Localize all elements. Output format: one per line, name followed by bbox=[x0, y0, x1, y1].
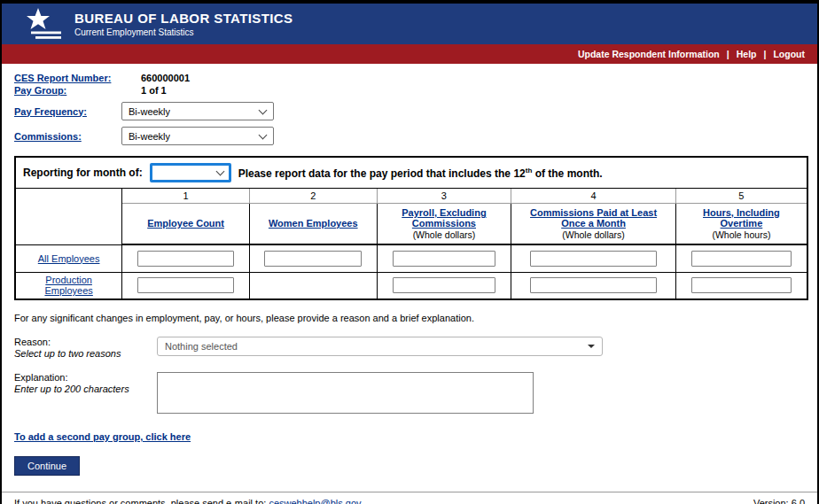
pay-group-label[interactable]: Pay Group: bbox=[14, 85, 66, 96]
column-number: 3 bbox=[377, 189, 511, 204]
production-employees-link[interactable]: Production Employees bbox=[44, 275, 92, 296]
commissions-selected-value: Bi-weekly bbox=[129, 131, 170, 142]
nav-separator: | bbox=[763, 49, 766, 59]
footer: If you have questions or comments, pleas… bbox=[2, 492, 817, 504]
employment-data-table: Reporting for month of: Please report da… bbox=[14, 156, 808, 300]
column-number: 5 bbox=[675, 189, 807, 204]
reason-selected-value: Nothing selected bbox=[165, 341, 238, 352]
masthead: BUREAU OF LABOR STATISTICS Current Emplo… bbox=[2, 4, 817, 44]
continue-button[interactable]: Continue bbox=[14, 456, 80, 476]
reason-row: Reason: Select up to two reasons Nothing… bbox=[14, 337, 805, 359]
update-respondent-link[interactable]: Update Respondent Information bbox=[578, 49, 720, 59]
column-number-row: 1 2 3 4 5 bbox=[15, 189, 807, 204]
production-employees-commissions-input[interactable] bbox=[530, 277, 656, 293]
help-link[interactable]: Help bbox=[737, 49, 757, 59]
changes-intro-note: For any significant changes in employmen… bbox=[14, 313, 805, 323]
column-header-women-employees: Women Employees bbox=[249, 204, 377, 245]
chevron-down-icon bbox=[215, 167, 224, 176]
pay-group-row: Pay Group: 1 of 1 bbox=[14, 85, 805, 96]
pay-frequency-label[interactable]: Pay Frequency: bbox=[14, 106, 87, 117]
commissions-label[interactable]: Commissions: bbox=[14, 131, 82, 142]
pay-frequency-selected-value: Bi-weekly bbox=[129, 106, 170, 117]
all-employees-payroll-input[interactable] bbox=[393, 251, 495, 267]
bls-logo-icon bbox=[25, 7, 64, 41]
column-header-row: Employee Count Women Employees Payroll, … bbox=[15, 204, 807, 245]
caret-down-icon bbox=[588, 345, 595, 348]
page: BUREAU OF LABOR STATISTICS Current Emplo… bbox=[0, 0, 819, 504]
production-employees-row: Production Employees bbox=[15, 272, 807, 299]
all-employees-employee-count-input[interactable] bbox=[137, 251, 235, 267]
ces-report-number-label[interactable]: CES Report Number: bbox=[14, 73, 111, 83]
column-number: 2 bbox=[249, 189, 377, 204]
explanation-textarea[interactable] bbox=[157, 372, 534, 414]
chevron-down-icon bbox=[259, 105, 268, 114]
commissions-select[interactable]: Bi-weekly bbox=[121, 127, 274, 145]
all-employees-row: All Employees bbox=[15, 244, 807, 272]
reason-multiselect[interactable]: Nothing selected bbox=[157, 337, 603, 356]
commissions-row: Commissions: Bi-weekly bbox=[14, 127, 805, 145]
pay-group-value: 1 of 1 bbox=[121, 85, 167, 96]
footer-email-link[interactable]: ceswebhelp@bls.gov bbox=[269, 498, 361, 504]
explanation-label: Explanation: bbox=[14, 372, 157, 383]
column-number: 1 bbox=[122, 189, 250, 204]
chevron-down-icon bbox=[259, 130, 268, 139]
reporting-month-select[interactable] bbox=[150, 163, 231, 182]
reporting-month-note: Please report data for the pay period th… bbox=[238, 167, 603, 180]
app-subtitle: Current Employment Statistics bbox=[74, 27, 293, 37]
ces-report-number-value: 660000001 bbox=[121, 73, 190, 83]
payroll-link[interactable]: Payroll, Excluding Commissions bbox=[402, 207, 486, 229]
table-stub-cell bbox=[15, 189, 122, 245]
top-nav-bar: Update Respondent Information | Help | L… bbox=[2, 44, 817, 64]
footer-help-text: If you have questions or comments, pleas… bbox=[14, 498, 362, 504]
reason-hint: Select up to two reasons bbox=[14, 348, 157, 359]
hours-overtime-link[interactable]: Hours, Including Overtime bbox=[703, 207, 780, 229]
all-employees-commissions-input[interactable] bbox=[530, 251, 656, 267]
column-header-payroll: Payroll, Excluding Commissions (Whole do… bbox=[377, 204, 511, 245]
employee-count-link[interactable]: Employee Count bbox=[147, 218, 224, 229]
explanation-hint: Enter up to 200 characters bbox=[14, 384, 157, 394]
app-title: BUREAU OF LABOR STATISTICS bbox=[74, 11, 293, 26]
column-header-hours: Hours, Including Overtime (Whole hours) bbox=[675, 204, 807, 245]
column-header-commissions: Commissions Paid at Least Once a Month (… bbox=[511, 204, 676, 245]
column-number: 4 bbox=[511, 189, 676, 204]
commissions-paid-link[interactable]: Commissions Paid at Least Once a Month bbox=[530, 207, 657, 229]
footer-version: Version: 6.0 bbox=[753, 498, 805, 504]
main-content: CES Report Number: 660000001 Pay Group: … bbox=[2, 64, 817, 476]
production-employees-women-cell bbox=[249, 272, 377, 299]
pay-frequency-row: Pay Frequency: Bi-weekly bbox=[14, 102, 805, 120]
reporting-month-row: Reporting for month of: Please report da… bbox=[15, 157, 807, 189]
women-employees-link[interactable]: Women Employees bbox=[269, 218, 358, 229]
all-employees-link[interactable]: All Employees bbox=[38, 253, 100, 264]
reporting-month-label: Reporting for month of: bbox=[23, 167, 143, 179]
ces-report-number-row: CES Report Number: 660000001 bbox=[14, 73, 805, 83]
logout-link[interactable]: Logout bbox=[773, 49, 805, 59]
nav-separator: | bbox=[727, 49, 729, 59]
reason-label: Reason: bbox=[14, 337, 157, 347]
masthead-text: BUREAU OF LABOR STATISTICS Current Emplo… bbox=[74, 11, 293, 37]
all-employees-women-employees-input[interactable] bbox=[264, 251, 362, 267]
explanation-row: Explanation: Enter up to 200 characters bbox=[14, 372, 805, 414]
add-pay-group-link[interactable]: To add a second pay group, click here bbox=[14, 431, 191, 442]
production-employees-employee-count-input[interactable] bbox=[137, 277, 235, 293]
column-header-employee-count: Employee Count bbox=[122, 204, 250, 245]
production-employees-hours-input[interactable] bbox=[691, 277, 792, 293]
production-employees-payroll-input[interactable] bbox=[393, 277, 495, 293]
pay-frequency-select[interactable]: Bi-weekly bbox=[121, 102, 274, 120]
all-employees-hours-input[interactable] bbox=[691, 251, 792, 267]
